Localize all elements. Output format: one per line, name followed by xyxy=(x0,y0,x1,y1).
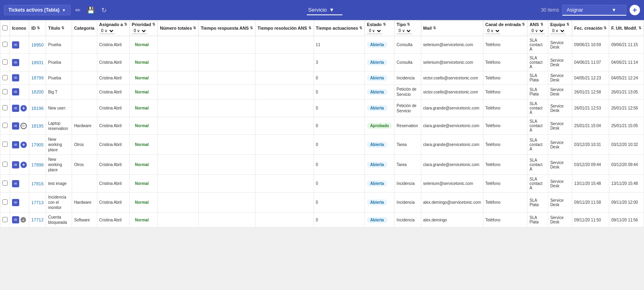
message-icon[interactable]: ✉ xyxy=(12,122,19,130)
add-icon[interactable]: + xyxy=(20,105,27,112)
status-badge[interactable]: Abierta xyxy=(367,89,387,95)
row-checkbox[interactable] xyxy=(2,123,8,128)
asignar-dropdown[interactable]: Asignar ▼ xyxy=(562,5,626,16)
row-checkbox[interactable] xyxy=(2,162,8,167)
status-badge[interactable]: Aprobado xyxy=(367,123,392,129)
row-f-ult-modif-cell: 04/06/21 11:14 xyxy=(609,54,644,71)
equipo-filter[interactable]: 0 ∨ xyxy=(550,28,566,34)
message-icon[interactable]: ✉ xyxy=(12,41,19,49)
message-icon[interactable]: ✉ xyxy=(12,105,19,112)
select-all-checkbox[interactable] xyxy=(2,25,8,30)
row-categoria-cell: Otros xyxy=(72,135,97,155)
row-id-link[interactable]: 18799 xyxy=(31,75,44,80)
status-badge[interactable]: Abierta xyxy=(367,180,387,187)
status-badge[interactable]: Abierta xyxy=(367,217,387,223)
estado-filter[interactable]: 0 ∨ xyxy=(367,28,382,34)
row-icons-cell: ✉ xyxy=(10,71,29,85)
row-id-link[interactable]: 17713 xyxy=(31,200,44,205)
row-checkbox[interactable] xyxy=(2,199,8,205)
view-title-dropdown[interactable]: Tickets activos (Tabla) ▼ xyxy=(4,5,70,15)
refresh-button[interactable]: ↻ xyxy=(100,5,108,16)
row-ans-cell: SLA Plata xyxy=(527,85,548,99)
row-equipo-cell: Service Desk xyxy=(548,117,572,135)
col-header-t-resolucion: Tiempo resolución ANS ⇅ xyxy=(256,20,314,36)
message-icon[interactable]: ✉ xyxy=(12,59,19,66)
status-badge[interactable]: Abierta xyxy=(367,162,387,168)
add-icon[interactable]: + xyxy=(20,162,27,168)
edit-button[interactable]: ✏ xyxy=(74,5,82,16)
servicio-dropdown[interactable]: Servicio ▼ xyxy=(307,5,342,15)
row-numero-cell xyxy=(158,135,199,155)
row-checkbox[interactable] xyxy=(2,75,8,80)
servicio-label: Servicio xyxy=(308,7,327,13)
message-icon[interactable]: ✉ xyxy=(12,180,19,187)
row-ans-cell: SLA Plata xyxy=(527,71,548,85)
message-icon[interactable]: ✉ xyxy=(12,161,19,168)
row-prioridad-cell: Normal xyxy=(129,54,157,71)
message-icon[interactable]: ✉ xyxy=(12,141,19,148)
row-id-link[interactable]: 18196 xyxy=(31,106,44,111)
row-id-link[interactable]: 17905 xyxy=(31,142,44,147)
status-badge[interactable]: Abierta xyxy=(367,42,387,48)
row-checkbox[interactable] xyxy=(2,59,8,65)
row-checkbox[interactable] xyxy=(2,217,8,222)
row-f-ult-modif-cell: 03/12/20 10:32 xyxy=(609,135,644,155)
row-equipo-cell: Service Desk xyxy=(548,71,572,85)
save-button[interactable]: 💾 xyxy=(85,5,97,16)
status-badge[interactable]: Abierta xyxy=(367,199,387,205)
ans-filter[interactable]: 0 ∨ xyxy=(529,28,545,34)
status-badge[interactable]: Abierta xyxy=(367,59,387,65)
priority-badge: Normal xyxy=(132,217,152,223)
row-categoria-cell xyxy=(72,99,97,117)
row-checkbox[interactable] xyxy=(2,180,8,186)
row-t-respuesta-cell xyxy=(199,193,256,213)
row-asignado-cell: Cristina Abril xyxy=(97,36,129,54)
row-t-resolucion-cell xyxy=(256,36,314,54)
circle-icon[interactable]: ● xyxy=(20,217,26,223)
table-row: ✉+ 18196 New user: Cristina Abril Normal… xyxy=(0,99,644,117)
row-f-ult-modif-cell: 03/12/20 09:44 xyxy=(609,155,644,175)
message-icon[interactable]: ✉ xyxy=(12,74,19,81)
row-equipo-cell: Service Desk xyxy=(548,135,572,155)
add-button[interactable]: + xyxy=(630,5,640,15)
reload-icon[interactable]: ↻ xyxy=(20,123,27,129)
row-t-actuaciones-cell: 0 xyxy=(314,193,365,213)
row-canal-cell: Teléfono xyxy=(483,175,527,193)
row-id-link[interactable]: 18950 xyxy=(31,43,44,47)
row-fec-creacion-cell: 26/01/21 12:53 xyxy=(572,99,609,117)
row-id-link[interactable]: 17712 xyxy=(31,217,44,222)
row-icons-cell: ✉ xyxy=(10,54,29,71)
row-estado-cell: Abierta xyxy=(365,175,394,193)
tipo-filter[interactable]: 0 ∨ xyxy=(396,28,412,34)
row-checkbox[interactable] xyxy=(2,42,8,47)
row-f-ult-modif-cell: 13/11/20 15:48 xyxy=(609,175,644,193)
row-id-link[interactable]: 18931 xyxy=(31,60,44,65)
asignado-filter[interactable]: 0 ∨ xyxy=(99,28,115,34)
message-icon[interactable]: ✉ xyxy=(12,88,19,95)
row-checkbox[interactable] xyxy=(2,142,8,147)
status-badge[interactable]: Abierta xyxy=(367,142,387,148)
row-canal-cell: Teléfono xyxy=(483,155,527,175)
row-checkbox[interactable] xyxy=(2,89,8,94)
status-badge[interactable]: Abierta xyxy=(367,105,387,111)
row-checkbox[interactable] xyxy=(2,105,8,110)
add-icon[interactable]: + xyxy=(20,142,27,148)
tickets-table: Iconos ID ⇅ Título ⇅ Categoría xyxy=(0,20,644,227)
row-prioridad-cell: Normal xyxy=(129,85,157,99)
prioridad-filter[interactable]: 0 ∨ xyxy=(132,28,147,34)
row-fec-creacion-cell: 03/12/20 10:31 xyxy=(572,135,609,155)
row-titulo-cell: New working place xyxy=(46,135,72,155)
row-equipo-cell: Service Desk xyxy=(548,175,572,193)
status-badge[interactable]: Abierta xyxy=(367,75,387,81)
row-id-link[interactable]: 17898 xyxy=(31,162,44,167)
message-icon[interactable]: ✉ xyxy=(12,216,19,223)
row-numero-cell xyxy=(158,155,199,175)
row-checkbox-cell xyxy=(0,36,10,54)
row-ans-cell: SLA contact A xyxy=(527,54,548,71)
row-id-link[interactable]: 18200 xyxy=(31,89,44,94)
canal-filter[interactable]: 0 ∨ xyxy=(485,28,501,34)
message-icon[interactable]: ✉ xyxy=(12,199,19,206)
row-id-link[interactable]: 18195 xyxy=(31,124,44,128)
row-id-link[interactable]: 17816 xyxy=(31,181,44,186)
row-equipo-cell: Service Desk xyxy=(548,193,572,213)
